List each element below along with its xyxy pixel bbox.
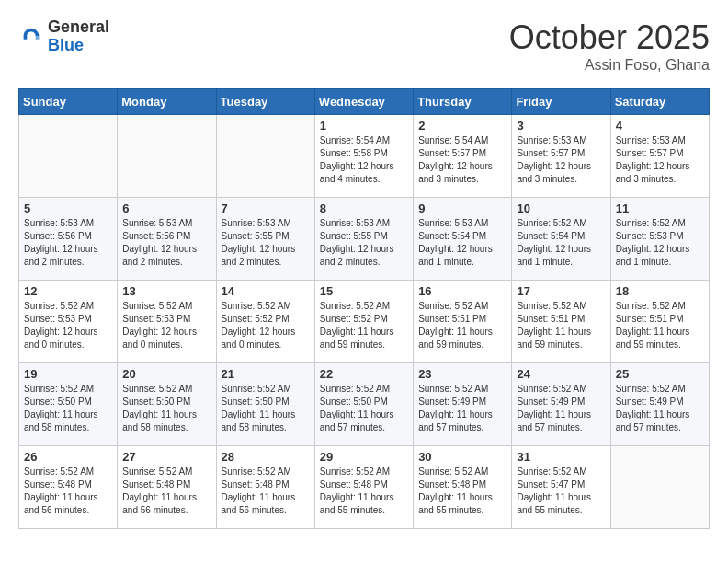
calendar-cell: 24Sunrise: 5:52 AM Sunset: 5:49 PM Dayli… bbox=[512, 363, 610, 446]
cell-content: Sunrise: 5:52 AM Sunset: 5:51 PM Dayligh… bbox=[418, 300, 506, 351]
calendar-cell: 1Sunrise: 5:54 AM Sunset: 5:58 PM Daylig… bbox=[314, 115, 413, 198]
cell-content: Sunrise: 5:54 AM Sunset: 5:57 PM Dayligh… bbox=[418, 134, 506, 186]
calendar-cell: 26Sunrise: 5:52 AM Sunset: 5:48 PM Dayli… bbox=[19, 446, 118, 529]
cell-content: Sunrise: 5:52 AM Sunset: 5:50 PM Dayligh… bbox=[222, 383, 310, 434]
cell-content: Sunrise: 5:52 AM Sunset: 5:48 PM Dayligh… bbox=[122, 465, 210, 517]
cell-content: Sunrise: 5:52 AM Sunset: 5:53 PM Dayligh… bbox=[122, 300, 210, 351]
cell-content: Sunrise: 5:52 AM Sunset: 5:47 PM Dayligh… bbox=[517, 465, 605, 517]
calendar-cell: 4Sunrise: 5:53 AM Sunset: 5:57 PM Daylig… bbox=[610, 115, 709, 198]
calendar-cell: 10Sunrise: 5:52 AM Sunset: 5:54 PM Dayli… bbox=[512, 198, 610, 281]
cell-content: Sunrise: 5:53 AM Sunset: 5:57 PM Dayligh… bbox=[517, 134, 605, 186]
day-number: 5 bbox=[24, 201, 112, 215]
day-number: 12 bbox=[24, 284, 112, 298]
cell-content: Sunrise: 5:52 AM Sunset: 5:48 PM Dayligh… bbox=[418, 465, 506, 517]
calendar-cell bbox=[610, 446, 709, 529]
cell-content: Sunrise: 5:53 AM Sunset: 5:56 PM Dayligh… bbox=[122, 217, 210, 269]
calendar-cell: 13Sunrise: 5:52 AM Sunset: 5:53 PM Dayli… bbox=[118, 281, 216, 363]
calendar-cell: 22Sunrise: 5:52 AM Sunset: 5:50 PM Dayli… bbox=[314, 363, 413, 446]
calendar-cell: 8Sunrise: 5:53 AM Sunset: 5:55 PM Daylig… bbox=[314, 198, 413, 281]
cell-content: Sunrise: 5:52 AM Sunset: 5:51 PM Dayligh… bbox=[616, 300, 704, 351]
calendar-week-row: 26Sunrise: 5:52 AM Sunset: 5:48 PM Dayli… bbox=[19, 446, 710, 529]
weekday-header-sunday: Sunday bbox=[19, 89, 118, 115]
weekday-header-friday: Friday bbox=[512, 89, 610, 115]
day-number: 30 bbox=[418, 450, 506, 464]
cell-content: Sunrise: 5:53 AM Sunset: 5:54 PM Dayligh… bbox=[418, 217, 506, 269]
weekday-header-wednesday: Wednesday bbox=[314, 89, 413, 115]
day-number: 10 bbox=[517, 201, 605, 215]
day-number: 16 bbox=[418, 284, 506, 298]
cell-content: Sunrise: 5:52 AM Sunset: 5:50 PM Dayligh… bbox=[320, 383, 408, 434]
day-number: 25 bbox=[616, 367, 704, 381]
day-number: 2 bbox=[418, 119, 506, 132]
day-number: 3 bbox=[517, 119, 605, 132]
calendar-week-row: 12Sunrise: 5:52 AM Sunset: 5:53 PM Dayli… bbox=[19, 281, 710, 363]
calendar-cell: 15Sunrise: 5:52 AM Sunset: 5:52 PM Dayli… bbox=[314, 281, 413, 363]
calendar-cell: 23Sunrise: 5:52 AM Sunset: 5:49 PM Dayli… bbox=[414, 363, 512, 446]
cell-content: Sunrise: 5:53 AM Sunset: 5:56 PM Dayligh… bbox=[24, 217, 112, 269]
logo: General Blue bbox=[18, 18, 109, 55]
day-number: 28 bbox=[222, 450, 310, 464]
cell-content: Sunrise: 5:52 AM Sunset: 5:52 PM Dayligh… bbox=[222, 300, 310, 351]
calendar-cell: 14Sunrise: 5:52 AM Sunset: 5:52 PM Dayli… bbox=[216, 281, 314, 363]
calendar-cell: 27Sunrise: 5:52 AM Sunset: 5:48 PM Dayli… bbox=[118, 446, 216, 529]
day-number: 1 bbox=[320, 119, 408, 132]
day-number: 9 bbox=[418, 201, 506, 215]
calendar-cell: 25Sunrise: 5:52 AM Sunset: 5:49 PM Dayli… bbox=[610, 363, 709, 446]
day-number: 4 bbox=[616, 119, 704, 132]
weekday-header-monday: Monday bbox=[118, 89, 216, 115]
day-number: 21 bbox=[222, 367, 310, 381]
calendar-cell: 30Sunrise: 5:52 AM Sunset: 5:48 PM Dayli… bbox=[414, 446, 512, 529]
day-number: 27 bbox=[122, 450, 210, 464]
day-number: 24 bbox=[517, 367, 605, 381]
day-number: 22 bbox=[320, 367, 408, 381]
day-number: 15 bbox=[320, 284, 408, 298]
calendar-cell bbox=[19, 115, 118, 198]
calendar-cell: 2Sunrise: 5:54 AM Sunset: 5:57 PM Daylig… bbox=[414, 115, 512, 198]
cell-content: Sunrise: 5:52 AM Sunset: 5:49 PM Dayligh… bbox=[616, 383, 704, 434]
day-number: 31 bbox=[517, 450, 605, 464]
day-number: 29 bbox=[320, 450, 408, 464]
cell-content: Sunrise: 5:52 AM Sunset: 5:53 PM Dayligh… bbox=[616, 217, 704, 269]
calendar-cell: 18Sunrise: 5:52 AM Sunset: 5:51 PM Dayli… bbox=[610, 281, 709, 363]
calendar-cell: 7Sunrise: 5:53 AM Sunset: 5:55 PM Daylig… bbox=[216, 198, 314, 281]
day-number: 8 bbox=[320, 201, 408, 215]
day-number: 19 bbox=[24, 367, 112, 381]
weekday-header-row: SundayMondayTuesdayWednesdayThursdayFrid… bbox=[19, 89, 710, 115]
cell-content: Sunrise: 5:52 AM Sunset: 5:51 PM Dayligh… bbox=[517, 300, 605, 351]
cell-content: Sunrise: 5:53 AM Sunset: 5:55 PM Dayligh… bbox=[320, 217, 408, 269]
calendar-cell: 3Sunrise: 5:53 AM Sunset: 5:57 PM Daylig… bbox=[512, 115, 610, 198]
calendar-week-row: 19Sunrise: 5:52 AM Sunset: 5:50 PM Dayli… bbox=[19, 363, 710, 446]
cell-content: Sunrise: 5:52 AM Sunset: 5:48 PM Dayligh… bbox=[320, 465, 408, 517]
month-title: October 2025 bbox=[509, 18, 710, 57]
day-number: 13 bbox=[122, 284, 210, 298]
calendar-week-row: 1Sunrise: 5:54 AM Sunset: 5:58 PM Daylig… bbox=[19, 115, 710, 198]
day-number: 6 bbox=[122, 201, 210, 215]
weekday-header-thursday: Thursday bbox=[414, 89, 512, 115]
calendar-week-row: 5Sunrise: 5:53 AM Sunset: 5:56 PM Daylig… bbox=[19, 198, 710, 281]
cell-content: Sunrise: 5:52 AM Sunset: 5:50 PM Dayligh… bbox=[122, 383, 210, 434]
calendar-cell: 21Sunrise: 5:52 AM Sunset: 5:50 PM Dayli… bbox=[216, 363, 314, 446]
calendar-table: SundayMondayTuesdayWednesdayThursdayFrid… bbox=[18, 88, 710, 529]
calendar-cell: 17Sunrise: 5:52 AM Sunset: 5:51 PM Dayli… bbox=[512, 281, 610, 363]
day-number: 7 bbox=[222, 201, 310, 215]
cell-content: Sunrise: 5:52 AM Sunset: 5:48 PM Dayligh… bbox=[222, 465, 310, 517]
calendar-cell bbox=[216, 115, 314, 198]
day-number: 17 bbox=[517, 284, 605, 298]
day-number: 11 bbox=[616, 201, 704, 215]
cell-content: Sunrise: 5:52 AM Sunset: 5:54 PM Dayligh… bbox=[517, 217, 605, 269]
calendar-cell: 19Sunrise: 5:52 AM Sunset: 5:50 PM Dayli… bbox=[19, 363, 118, 446]
day-number: 26 bbox=[24, 450, 112, 464]
day-number: 20 bbox=[122, 367, 210, 381]
cell-content: Sunrise: 5:54 AM Sunset: 5:58 PM Dayligh… bbox=[320, 134, 408, 186]
logo-icon bbox=[18, 24, 44, 50]
logo-general-text: General bbox=[48, 18, 109, 37]
day-number: 23 bbox=[418, 367, 506, 381]
location-title: Assin Foso, Ghana bbox=[509, 57, 710, 74]
cell-content: Sunrise: 5:52 AM Sunset: 5:53 PM Dayligh… bbox=[24, 300, 112, 351]
calendar-cell: 28Sunrise: 5:52 AM Sunset: 5:48 PM Dayli… bbox=[216, 446, 314, 529]
cell-content: Sunrise: 5:52 AM Sunset: 5:48 PM Dayligh… bbox=[24, 465, 112, 517]
calendar-cell: 9Sunrise: 5:53 AM Sunset: 5:54 PM Daylig… bbox=[414, 198, 512, 281]
cell-content: Sunrise: 5:52 AM Sunset: 5:50 PM Dayligh… bbox=[24, 383, 112, 434]
calendar-cell bbox=[118, 115, 216, 198]
calendar-cell: 20Sunrise: 5:52 AM Sunset: 5:50 PM Dayli… bbox=[118, 363, 216, 446]
